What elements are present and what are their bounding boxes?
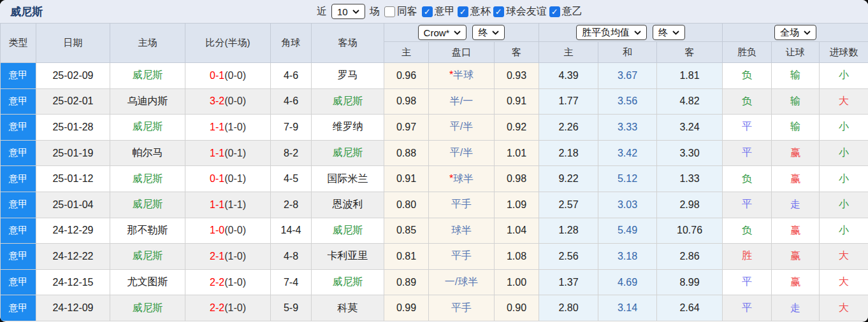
result-wdl: 平 xyxy=(723,115,772,141)
match-date: 24-12-09 xyxy=(36,295,110,321)
result-handicap: 赢 xyxy=(772,244,820,270)
handicap-line: 平/半 xyxy=(429,140,495,166)
home-team[interactable]: 威尼斯 xyxy=(110,166,185,192)
home-team[interactable]: 尤文图斯 xyxy=(110,269,185,295)
avg-away-odds: 3.24 xyxy=(657,115,723,141)
match-count-select[interactable]: 10 xyxy=(331,4,365,19)
away-team[interactable]: 国际米兰 xyxy=(312,166,384,192)
avg-draw-odds: 3.14 xyxy=(598,295,657,321)
checkbox-icon[interactable]: ✓ xyxy=(458,6,468,17)
home-team[interactable]: 威尼斯 xyxy=(110,115,185,141)
away-team[interactable]: 威尼斯 xyxy=(312,269,384,295)
home-team[interactable]: 那不勒斯 xyxy=(110,218,185,244)
avg-home-odds: 1.37 xyxy=(539,269,598,295)
subheader-let: 让球 xyxy=(772,42,820,63)
odds-time-select[interactable]: 终 xyxy=(472,25,505,40)
scope-select[interactable]: 全场 xyxy=(774,25,816,40)
score-cell: 2-1(1-0) xyxy=(185,244,271,270)
match-date: 24-12-22 xyxy=(36,244,110,270)
avg-home-odds: 2.56 xyxy=(539,244,598,270)
result-goals: 小 xyxy=(820,166,868,192)
match-date: 24-12-15 xyxy=(36,269,110,295)
odds-company-value: Crow* xyxy=(424,27,450,38)
home-team[interactable]: 威尼斯 xyxy=(110,295,185,321)
checkbox-icon[interactable]: ✓ xyxy=(493,6,504,17)
avg-time-value: 终 xyxy=(658,27,668,39)
result-handicap: 走 xyxy=(772,192,820,218)
crow-home-odds: 0.91 xyxy=(384,166,429,192)
league-checkbox-group: 同客 ✓ 意甲 ✓ 意杯 ✓ 球会友谊 ✓ 意乙 xyxy=(384,5,582,18)
avg-home-odds: 1.28 xyxy=(539,218,598,244)
avg-away-odds: 1.33 xyxy=(657,166,723,192)
handicap-line: 半/一 xyxy=(429,88,495,115)
checkbox-label: 意甲 xyxy=(435,5,455,18)
crow-away-odds: 0.98 xyxy=(495,166,539,192)
table-row: 意甲 24-12-15 尤文图斯 2-2(1-0) 7-4 威尼斯 0.89 一… xyxy=(1,269,868,295)
fulltime-score: 1-1 xyxy=(210,122,224,132)
avg-odds-select[interactable]: 胜平负均值 xyxy=(576,25,647,40)
checkbox-label: 球会友谊 xyxy=(506,5,547,18)
avg-odds-header-cell: 胜平负均值 终 xyxy=(539,24,723,42)
home-team[interactable]: 帕尔马 xyxy=(110,140,185,166)
avg-draw-odds: 3.33 xyxy=(598,115,657,141)
handicap-line: 一/球半 xyxy=(429,269,495,295)
avg-time-select[interactable]: 终 xyxy=(653,25,685,40)
away-team[interactable]: 卡利亚里 xyxy=(312,244,384,270)
odds-company-select[interactable]: Crow* xyxy=(418,25,467,40)
avg-away-odds: 8.99 xyxy=(657,269,723,295)
league-filter-checkbox[interactable]: ✓ 球会友谊 xyxy=(493,5,547,18)
halftime-score: (1-1) xyxy=(224,199,246,210)
league-badge: 意甲 xyxy=(1,269,36,295)
avg-away-odds: 2.86 xyxy=(657,244,723,270)
handicap-line: *半球 xyxy=(429,63,495,89)
filter-controls: 近 10 场 同客 ✓ 意甲 ✓ 意杯 ✓ 球会友谊 ✓ 意乙 xyxy=(317,0,582,23)
result-handicap: 输 xyxy=(772,88,820,115)
away-team[interactable]: 科莫 xyxy=(312,295,384,321)
league-filter-checkbox[interactable]: ✓ 意甲 xyxy=(422,5,455,18)
corner-count: 5-9 xyxy=(271,295,312,321)
away-team[interactable]: 罗马 xyxy=(312,63,384,89)
league-badge: 意甲 xyxy=(1,295,36,321)
home-team[interactable]: 威尼斯 xyxy=(110,63,185,89)
checkbox-icon[interactable]: ✓ xyxy=(549,6,560,17)
halftime-score: (0-1) xyxy=(224,148,246,158)
avg-home-odds: 4.39 xyxy=(539,63,598,89)
crow-away-odds: 0.91 xyxy=(495,88,539,115)
away-team[interactable]: 威尼斯 xyxy=(312,88,384,115)
result-wdl: 平 xyxy=(723,295,772,321)
home-team[interactable]: 乌迪内斯 xyxy=(110,88,185,115)
crow-home-odds: 0.97 xyxy=(384,115,429,141)
top-filter-bar: 威尼斯 近 10 场 同客 ✓ 意甲 ✓ 意杯 ✓ 球会友谊 ✓ 意乙 xyxy=(0,0,868,23)
away-team[interactable]: 威尼斯 xyxy=(312,218,384,244)
halftime-score: (1-0) xyxy=(224,122,246,132)
crow-home-odds: 0.80 xyxy=(384,192,429,218)
table-row: 意甲 24-12-29 那不勒斯 1-0(0-0) 14-4 威尼斯 0.85 … xyxy=(1,218,868,244)
league-filter-checkbox[interactable]: 同客 xyxy=(384,5,417,18)
home-team[interactable]: 威尼斯 xyxy=(110,244,185,270)
handicap-text: 半/一 xyxy=(450,95,473,106)
crow-home-odds: 0.85 xyxy=(384,218,429,244)
crow-away-odds: 1.09 xyxy=(495,192,539,218)
crow-home-odds: 0.96 xyxy=(384,63,429,89)
fulltime-score: 3-2 xyxy=(210,95,224,106)
checkbox-label: 意乙 xyxy=(562,5,582,18)
away-team[interactable]: 恩波利 xyxy=(312,192,384,218)
subheader-avg-home: 主 xyxy=(539,42,598,63)
result-handicap: 输 xyxy=(772,63,820,89)
score-cell: 2-2(1-0) xyxy=(185,269,271,295)
away-team[interactable]: 维罗纳 xyxy=(312,115,384,141)
checkbox-label: 意杯 xyxy=(470,5,491,18)
handicap-line: *球半 xyxy=(429,166,495,192)
result-wdl: 平 xyxy=(723,140,772,166)
away-team[interactable]: 威尼斯 xyxy=(312,140,384,166)
result-wdl: 负 xyxy=(723,88,772,115)
avg-draw-odds: 3.03 xyxy=(598,192,657,218)
league-filter-checkbox[interactable]: ✓ 意乙 xyxy=(549,5,582,18)
league-filter-checkbox[interactable]: ✓ 意杯 xyxy=(458,5,491,18)
checkbox-icon[interactable]: ✓ xyxy=(422,6,433,17)
home-team[interactable]: 威尼斯 xyxy=(110,192,185,218)
fulltime-score: 1-1 xyxy=(210,148,224,158)
checkbox-icon[interactable] xyxy=(384,6,395,17)
result-wdl: 胜 xyxy=(723,244,772,270)
handicap-text: 平/半 xyxy=(450,121,473,132)
